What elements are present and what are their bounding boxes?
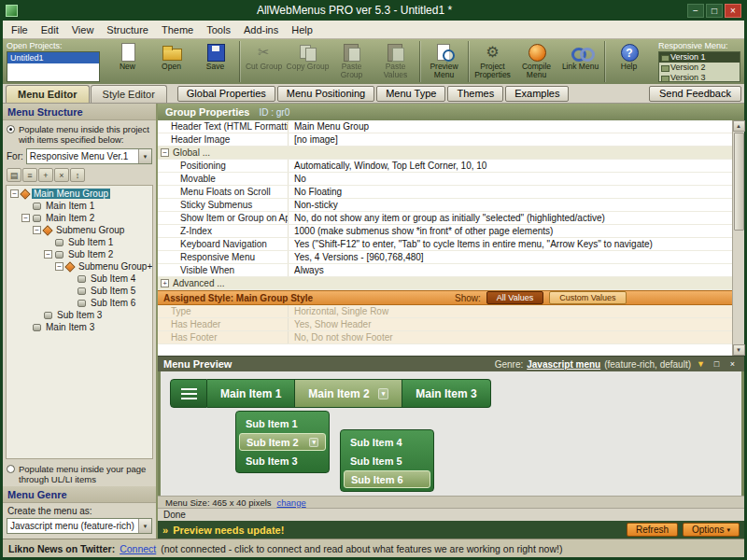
preview-main-item-1[interactable]: Main Item 1 [207,379,295,408]
tree-collapse-icon[interactable]: − [44,250,52,259]
scroll-up-icon[interactable]: ▲ [733,120,745,132]
change-size-link[interactable]: change [277,497,306,508]
menu-tools[interactable]: Tools [200,22,237,37]
all-values-button[interactable]: All Values [486,291,543,304]
preview-menu-button[interactable]: Preview Menu [422,41,466,82]
close-preview-icon[interactable]: × [726,358,739,371]
add-item-icon[interactable]: + [38,168,53,182]
genre-link[interactable]: Javascript menu [527,359,600,370]
populate-ulli-option[interactable]: Populate menu inside your page through U… [3,460,156,486]
section-global[interactable]: −Global ... [158,147,732,160]
responsive-versions-list[interactable]: Version 1Version 2Version 3 [658,51,740,82]
tree-item-sub-item-4[interactable]: Sub Item 4 [7,273,152,285]
tree-item-main-menu-group[interactable]: −Main Menu Group [7,188,152,200]
tree-item-sub-item-3[interactable]: Sub Item 3 [7,309,152,321]
version-3-option[interactable]: Version 3 [659,73,740,82]
tree-item-sub-item-1[interactable]: Sub Item 1 [7,236,152,248]
open-projects-list[interactable]: Untitled1 [7,51,100,82]
property-header-image[interactable]: Header Image[no image] [158,133,732,147]
preview-sub-item-3[interactable]: Sub Item 3 [239,452,326,469]
global-properties-button[interactable]: Global Properties [177,86,275,102]
tab-menu-editor[interactable]: Menu Editor [6,85,90,103]
hamburger-menu-icon[interactable] [170,379,207,408]
tree-collapse-icon[interactable]: − [21,214,30,222]
chevron-down-icon[interactable]: ▼ [138,149,151,163]
radio-selected-icon[interactable] [7,125,15,133]
custom-values-button[interactable]: Custom Values [549,291,626,304]
refresh-button[interactable]: Refresh [627,523,678,537]
preview-main-item-2[interactable]: Main Item 2▾ [295,379,402,408]
connect-link[interactable]: Connect [120,543,156,554]
save-button[interactable]: Save [193,41,237,82]
preview-sub-item-2[interactable]: Sub Item 2▾ [239,433,326,451]
project-properties-button[interactable]: ⚙Project Properties [471,41,514,82]
menu-file[interactable]: File [5,22,35,37]
preview-sub-item-6[interactable]: Sub Item 6 [344,470,430,488]
chevron-down-icon[interactable]: ▼ [138,519,151,533]
menu-edit[interactable]: Edit [35,22,65,37]
section-advanced[interactable]: +Advanced ... [158,277,732,290]
themes-button[interactable]: Themes [447,86,503,102]
property-has-header[interactable]: Has HeaderYes, Show Header [158,318,732,331]
properties-scrollbar[interactable]: ▲ ▼ [732,120,744,356]
minimize-button[interactable]: − [687,4,704,18]
preview-sub-item-1[interactable]: Sub Item 1 [239,414,326,432]
menu-positioning-button[interactable]: Menu Positioning [277,86,374,102]
help-button[interactable]: Help [607,41,651,82]
tree-item-sub-item-6[interactable]: Sub Item 6 [7,297,152,309]
download-icon[interactable]: ▼ [695,358,707,371]
tree-item-submenu-group[interactable]: −Submenu Group+ [7,260,152,273]
options-button[interactable]: Options▾ [683,523,740,537]
compile-menu-button[interactable]: Compile Menu [514,41,558,82]
menu-theme[interactable]: Theme [155,22,200,37]
project-untitled1[interactable]: Untitled1 [7,52,99,63]
property-movable[interactable]: MovableNo [158,173,732,186]
property-menu-floats-on-scroll[interactable]: Menu Floats on ScrollNo Floating [158,186,732,199]
examples-button[interactable]: Examples [505,86,569,102]
new-button[interactable]: New [106,41,149,82]
detach-window-icon[interactable]: □ [711,358,723,371]
move-item-icon[interactable]: ↕ [70,168,85,182]
preview-sub-item-4[interactable]: Sub Item 4 [344,433,430,451]
menu-view[interactable]: View [65,22,101,37]
tree-collapse-icon[interactable]: − [55,262,63,271]
tree-item-submenu-group[interactable]: −Submenu Group [7,224,152,236]
menu-genre-select[interactable]: Javascript menu (feature-rich) ▼ [7,518,152,534]
close-button[interactable]: × [725,4,741,18]
tree-item-main-item-1[interactable]: Main Item 1 [7,200,152,212]
send-feedback-button[interactable]: Send Feedback [649,86,741,102]
tree-list-icon[interactable]: ▤ [7,168,21,182]
property-type[interactable]: TypeHorizontal, Single Row [158,305,732,318]
property-keyboard-navigation[interactable]: Keyboard NavigationYes ("Shift-F12" to e… [158,238,732,251]
scroll-down-icon[interactable]: ▼ [733,344,745,356]
menu-type-button[interactable]: Menu Type [376,86,445,102]
menu-help[interactable]: Help [285,22,319,37]
tab-style-editor[interactable]: Style Editor [91,85,167,103]
scrollbar-thumb[interactable] [734,133,744,231]
responsive-version-select[interactable]: Responsive Menu Ver.1 ▼ [26,148,152,164]
delete-item-icon[interactable]: × [54,168,69,182]
property-responsive-menu[interactable]: Responsive MenuYes, 4 Versions - [960,76… [158,251,732,264]
populate-project-option[interactable]: Populate menu inside this project with i… [3,120,156,147]
tree-item-sub-item-2[interactable]: −Sub Item 2 [7,248,152,260]
maximize-button[interactable]: □ [706,4,723,18]
tree-collapse-icon[interactable]: − [10,189,19,198]
menu-add-ins[interactable]: Add-ins [237,22,285,37]
property-show-item-or-group-on-appear[interactable]: Show Item or Group on AppearNo, do not s… [158,212,732,225]
version-2-option[interactable]: Version 2 [659,63,740,73]
link-menu-button[interactable]: Link Menu [558,41,602,82]
version-1-option[interactable]: Version 1 [659,52,740,63]
expand-section-icon[interactable]: + [161,279,169,287]
tree-item-main-item-2[interactable]: −Main Item 2 [7,212,152,224]
menu-structure[interactable]: Structure [100,22,155,37]
open-button[interactable]: Open [149,41,193,82]
property-has-footer[interactable]: Has FooterNo, Do not show Footer [158,331,732,344]
tree-collapse-icon[interactable]: − [33,226,41,234]
property-z-index[interactable]: Z-Index1000 (make submenus show *in fron… [158,225,732,238]
collapse-section-icon[interactable]: − [161,148,169,157]
reorder-icon[interactable]: ≡ [22,168,37,182]
property-visible-when[interactable]: Visible WhenAlways [158,264,732,277]
preview-main-item-3[interactable]: Main Item 3 [402,379,490,408]
preview-sub-item-5[interactable]: Sub Item 5 [344,452,430,469]
tree-item-sub-item-5[interactable]: Sub Item 5 [7,285,152,297]
